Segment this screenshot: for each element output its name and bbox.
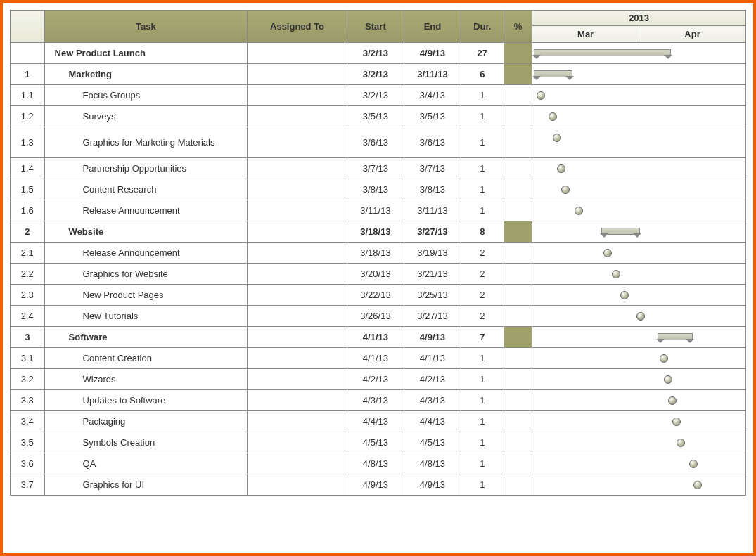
row-pct[interactable] (504, 327, 532, 348)
row-task[interactable]: New Product Launch (44, 43, 248, 64)
row-pct[interactable] (504, 106, 532, 127)
row-assigned[interactable] (248, 200, 347, 221)
row-dur: 7 (461, 327, 504, 348)
row-task[interactable]: Wizards (44, 369, 248, 390)
row-assigned[interactable] (248, 285, 347, 306)
table-row[interactable]: 3.4Packaging4/4/134/4/131 (11, 411, 746, 432)
row-assigned[interactable] (248, 179, 347, 200)
table-row[interactable]: 2.4New Tutorials3/26/133/27/132 (11, 306, 746, 327)
table-row[interactable]: New Product Launch3/2/134/9/1327 (11, 43, 746, 64)
row-pct[interactable] (504, 390, 532, 411)
row-assigned[interactable] (248, 243, 347, 264)
table-row[interactable]: 3Software4/1/134/9/137 (11, 327, 746, 348)
row-task[interactable]: Website (44, 221, 248, 243)
row-task[interactable]: Symbols Creation (44, 432, 248, 453)
row-assigned[interactable] (248, 348, 347, 369)
table-row[interactable]: 1.1Focus Groups3/2/133/4/131 (11, 85, 746, 106)
gantt-task-dot-icon (620, 291, 629, 299)
row-pct[interactable] (504, 411, 532, 432)
row-task[interactable]: Focus Groups (44, 85, 248, 106)
row-pct[interactable] (504, 264, 532, 285)
gantt-task-dot-icon (668, 396, 677, 405)
row-id-text: 1.6 (21, 205, 34, 216)
row-pct[interactable] (504, 474, 532, 496)
row-task[interactable]: Surveys (44, 106, 248, 127)
row-task-text: New Product Launch (55, 48, 146, 58)
table-row[interactable]: 1Marketing3/2/133/11/136 (11, 64, 746, 85)
row-pct[interactable] (504, 43, 532, 64)
row-task[interactable]: Graphics for Marketing Materials (44, 127, 248, 158)
table-row[interactable]: 2.2Graphics for Website3/20/133/21/132 (11, 264, 746, 285)
table-row[interactable]: 3.1Content Creation4/1/134/1/131 (11, 348, 746, 369)
row-pct[interactable] (504, 85, 532, 106)
table-row[interactable]: 3.2Wizards4/2/134/2/131 (11, 369, 746, 390)
table-row[interactable]: 1.2Surveys3/5/133/5/131 (11, 106, 746, 127)
row-dur: 1 (461, 85, 504, 106)
row-assigned[interactable] (248, 64, 347, 85)
row-task[interactable]: New Tutorials (44, 306, 248, 327)
table-row[interactable]: 1.3Graphics for Marketing Materials3/6/1… (11, 127, 746, 158)
row-pct[interactable] (504, 432, 532, 453)
table-row[interactable]: 2.3New Product Pages3/22/133/25/132 (11, 285, 746, 306)
row-task[interactable]: Content Research (44, 179, 248, 200)
row-task[interactable]: Updates to Software (44, 390, 248, 411)
row-assigned[interactable] (248, 221, 347, 243)
row-task[interactable]: Marketing (44, 64, 248, 85)
row-assigned[interactable] (248, 369, 347, 390)
table-row[interactable]: 1.5Content Research3/8/133/8/131 (11, 179, 746, 200)
row-task[interactable]: Release Announcement (44, 200, 248, 221)
gantt-summary-bar (534, 49, 671, 56)
row-task[interactable]: Release Announcement (44, 243, 248, 264)
table-row[interactable]: 3.7Graphics for UI4/9/134/9/131 (11, 474, 746, 496)
row-pct[interactable] (504, 179, 532, 200)
row-assigned[interactable] (248, 127, 347, 158)
table-row[interactable]: 1.4Partnership Opportunities3/7/133/7/13… (11, 158, 746, 179)
row-assigned[interactable] (248, 85, 347, 106)
row-id: 1.2 (11, 106, 45, 127)
row-task[interactable]: Content Creation (44, 348, 248, 369)
row-pct[interactable] (504, 285, 532, 306)
row-dur-text: 6 (480, 69, 485, 79)
row-start-text: 4/4/13 (363, 416, 388, 427)
row-end-text: 4/4/13 (420, 416, 445, 427)
row-assigned[interactable] (248, 264, 347, 285)
col-header-end: End (404, 11, 461, 43)
row-pct[interactable] (504, 158, 532, 179)
row-task[interactable]: Graphics for UI (44, 474, 248, 496)
row-assigned[interactable] (248, 306, 347, 327)
row-task[interactable]: Partnership Opportunities (44, 158, 248, 179)
row-task[interactable]: QA (44, 453, 248, 474)
table-row[interactable]: 3.5Symbols Creation4/5/134/5/131 (11, 432, 746, 453)
row-pct[interactable] (504, 306, 532, 327)
row-end-text: 3/25/13 (417, 290, 447, 300)
row-pct[interactable] (504, 64, 532, 85)
row-task[interactable]: Software (44, 327, 248, 348)
row-pct[interactable] (504, 127, 532, 158)
row-assigned[interactable] (248, 453, 347, 474)
gantt-task-dot-icon (537, 91, 545, 100)
row-pct[interactable] (504, 369, 532, 390)
row-assigned[interactable] (248, 390, 347, 411)
row-pct[interactable] (504, 453, 532, 474)
row-task[interactable]: Graphics for Website (44, 264, 248, 285)
row-assigned[interactable] (248, 411, 347, 432)
row-start-text: 3/2/13 (363, 90, 388, 101)
row-assigned[interactable] (248, 158, 347, 179)
row-assigned[interactable] (248, 432, 347, 453)
row-assigned[interactable] (248, 327, 347, 348)
row-pct[interactable] (504, 221, 532, 243)
row-task[interactable]: Packaging (44, 411, 248, 432)
table-row[interactable]: 3.3Updates to Software4/3/134/3/131 (11, 390, 746, 411)
row-pct[interactable] (504, 200, 532, 221)
table-row[interactable]: 3.6QA4/8/134/8/131 (11, 453, 746, 474)
table-row[interactable]: 1.6Release Announcement3/11/133/11/131 (11, 200, 746, 221)
row-pct[interactable] (504, 243, 532, 264)
table-row[interactable]: 2.1Release Announcement3/18/133/19/132 (11, 243, 746, 264)
row-pct[interactable] (504, 348, 532, 369)
row-start: 4/1/13 (347, 327, 404, 348)
row-assigned[interactable] (248, 106, 347, 127)
row-task[interactable]: New Product Pages (44, 285, 248, 306)
row-assigned[interactable] (248, 474, 347, 496)
row-assigned[interactable] (248, 43, 347, 64)
table-row[interactable]: 2Website3/18/133/27/138 (11, 221, 746, 243)
